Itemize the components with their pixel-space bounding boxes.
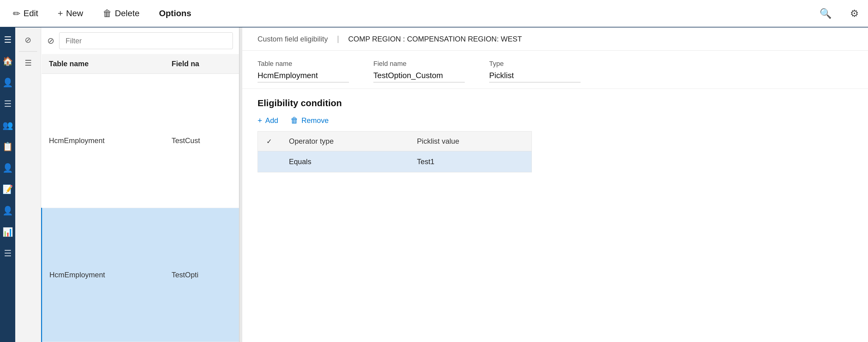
edit-button[interactable]: ✏ Edit xyxy=(9,6,42,21)
settings-icon[interactable]: ⚙ xyxy=(850,8,859,19)
field-name-value: TestOption_Custom xyxy=(373,71,465,82)
table-name-label: Table name xyxy=(257,60,349,68)
filter-nav-icon[interactable]: ⊘ xyxy=(21,32,36,48)
list-table: Table name Field na HcmEmployment TestCu… xyxy=(41,54,239,342)
col-table-name: Table name xyxy=(42,54,164,74)
remove-button[interactable]: 🗑 Remove xyxy=(290,116,329,125)
breadcrumb-title: Custom field eligibility xyxy=(257,35,328,43)
check-icon: ✓ xyxy=(267,138,272,145)
eligibility-actions: + Add 🗑 Remove xyxy=(257,116,853,125)
field-name-field: Field name TestOption_Custom xyxy=(373,60,465,82)
eligibility-title: Eligibility condition xyxy=(257,98,853,108)
row-table-name: HcmEmployment xyxy=(42,208,164,342)
field-name-label: Field name xyxy=(373,60,465,68)
filter-input[interactable] xyxy=(59,32,233,49)
elig-table-header: ✓ Operator type Picklist value xyxy=(258,132,532,151)
add-button[interactable]: + Add xyxy=(257,116,278,125)
row-table-name: HcmEmployment xyxy=(42,74,164,208)
record-name: COMP REGION : COMPENSATION REGION: WEST xyxy=(348,35,522,43)
nav-list-icon[interactable]: ☰ xyxy=(2,97,14,110)
add-icon: + xyxy=(257,116,262,125)
nav-group-icon[interactable]: 👥 xyxy=(2,119,14,131)
col-field-name: Field na xyxy=(164,54,239,74)
table-name-field: Table name HcmEmployment xyxy=(257,60,349,82)
elig-check-col: ✓ xyxy=(258,132,281,151)
detail-fields: Table name HcmEmployment Field name Test… xyxy=(242,51,868,89)
delete-icon: 🗑 xyxy=(103,8,112,19)
elig-check-cell xyxy=(258,151,281,172)
new-button[interactable]: + New xyxy=(54,6,87,21)
elig-picklist-cell: Test1 xyxy=(408,151,531,172)
table-row[interactable]: HcmEmployment TestCust xyxy=(42,74,239,208)
nav-note-icon[interactable]: 📝 xyxy=(2,183,14,195)
elig-col-picklist: Picklist value xyxy=(408,132,531,151)
delete-button[interactable]: 🗑 Delete xyxy=(99,6,143,21)
eligibility-section: Eligibility condition + Add 🗑 Remove ✓ xyxy=(242,89,868,342)
top-bar: ✏ Edit + New 🗑 Delete Options 🔍 ⚙ xyxy=(0,0,868,27)
options-button[interactable]: Options xyxy=(155,6,195,21)
row-field-name: TestCust xyxy=(164,74,239,208)
search-icon[interactable]: 🔍 xyxy=(819,8,832,19)
filter-icon[interactable]: ⊘ xyxy=(47,36,54,46)
filter-bar: ⊘ xyxy=(41,27,239,54)
nav-user-icon[interactable]: 👤 xyxy=(2,76,14,88)
nav-person-icon[interactable]: 👤 xyxy=(2,162,14,174)
eligibility-table: ✓ Operator type Picklist value Equals Te… xyxy=(257,131,532,172)
list-panel: ⊘ Table name Field na HcmEmployment Test… xyxy=(41,27,239,342)
type-value: Picklist xyxy=(489,71,581,82)
nav-home-icon[interactable]: 🏠 xyxy=(2,55,14,67)
table-row[interactable]: HcmEmployment TestOpti xyxy=(42,208,239,342)
nav-clipboard-icon[interactable]: 📋 xyxy=(2,140,14,152)
row-field-name: TestOpti xyxy=(164,208,239,342)
table-name-value: HcmEmployment xyxy=(257,71,349,82)
panel-splitter[interactable] xyxy=(239,27,242,342)
nav-user2-icon[interactable]: 👤 xyxy=(2,204,14,217)
menu-nav-icon[interactable]: ☰ xyxy=(21,55,36,70)
detail-header: Custom field eligibility | COMP REGION :… xyxy=(242,27,868,51)
nav-lines-icon[interactable]: ☰ xyxy=(2,247,14,259)
elig-table-row[interactable]: Equals Test1 xyxy=(258,151,532,172)
type-label: Type xyxy=(489,60,581,68)
nav-divider xyxy=(19,51,37,52)
elig-operator-cell: Equals xyxy=(280,151,408,172)
main-layout: ☰ 🏠 👤 ☰ 👥 📋 👤 📝 👤 📊 ☰ ⊘ ☰ ⊘ Table name F… xyxy=(0,27,868,342)
nav-chart-icon[interactable]: 📊 xyxy=(2,226,14,238)
header-separator: | xyxy=(337,34,339,44)
detail-panel: Custom field eligibility | COMP REGION :… xyxy=(242,27,868,342)
remove-icon: 🗑 xyxy=(290,116,299,125)
edit-icon: ✏ xyxy=(13,8,21,19)
elig-col-operator: Operator type xyxy=(280,132,408,151)
plus-icon: + xyxy=(58,8,63,19)
type-field: Type Picklist xyxy=(489,60,581,82)
list-table-header: Table name Field na xyxy=(42,54,239,74)
nav-menu-icon[interactable]: ☰ xyxy=(2,34,14,46)
second-nav: ⊘ ☰ xyxy=(15,27,41,342)
left-nav: ☰ 🏠 👤 ☰ 👥 📋 👤 📝 👤 📊 ☰ xyxy=(0,27,15,342)
